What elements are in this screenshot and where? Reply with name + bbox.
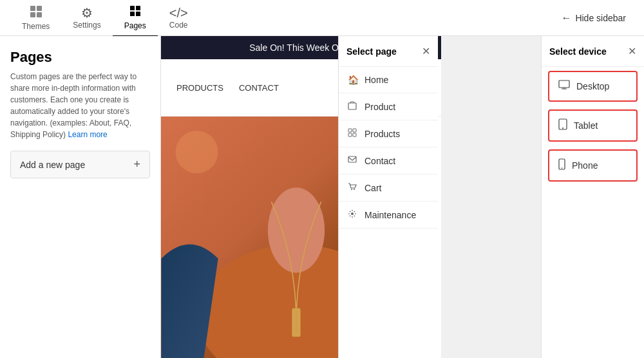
svg-point-25 <box>351 212 354 215</box>
products-icon <box>348 128 358 139</box>
svg-rect-2 <box>30 12 35 17</box>
select-page-close-button[interactable]: ✕ <box>422 45 430 57</box>
page-nav-contact-label: Contact <box>365 156 395 166</box>
cart-icon <box>348 182 358 193</box>
tablet-icon <box>558 118 567 133</box>
left-sidebar: Pages Custom pages are the perfect way t… <box>0 36 161 358</box>
svg-rect-0 <box>30 6 35 11</box>
page-nav-maintenance[interactable]: Maintenance <box>339 202 438 229</box>
device-tablet-label: Tablet <box>574 120 598 131</box>
add-page-label: Add a new page <box>20 160 85 170</box>
toolbar-themes-label: Themes <box>22 22 50 31</box>
select-page-header: Select page ✕ <box>339 36 438 67</box>
device-tablet[interactable]: Tablet <box>548 109 638 142</box>
hide-sidebar-arrow-icon: ← <box>561 12 571 24</box>
hide-sidebar-label: Hide sidebar <box>575 13 626 23</box>
page-nav-home[interactable]: 🏠 Home <box>339 67 438 93</box>
select-page-title: Select page <box>346 46 397 57</box>
select-device-title: Select device <box>549 46 607 57</box>
main-area: Pages Custom pages are the perfect way t… <box>0 36 644 358</box>
nav-products[interactable]: PRODUCTS <box>176 83 223 93</box>
svg-rect-21 <box>353 133 356 137</box>
site-nav-links: PRODUCTS CONTACT <box>176 83 279 93</box>
toolbar-themes[interactable]: Themes <box>10 0 61 36</box>
svg-rect-18 <box>348 129 352 132</box>
product-icon <box>348 101 358 112</box>
svg-rect-17 <box>348 103 356 109</box>
svg-point-24 <box>354 189 355 190</box>
svg-rect-26 <box>559 80 569 88</box>
settings-icon: ⚙ <box>81 6 93 19</box>
select-page-panel: Select page ✕ 🏠 Home Product <box>338 36 438 358</box>
toolbar-pages[interactable]: Pages <box>113 0 158 37</box>
svg-rect-1 <box>37 6 42 11</box>
page-nav-maintenance-label: Maintenance <box>365 210 416 220</box>
page-nav-products[interactable]: Products <box>339 120 438 147</box>
page-nav-contact[interactable]: Contact <box>339 147 438 174</box>
select-device-header: Select device ✕ <box>542 36 644 67</box>
phone-icon <box>558 158 565 173</box>
maintenance-icon <box>348 209 358 220</box>
nav-contact[interactable]: CONTACT <box>239 83 279 93</box>
toolbar-code-label: Code <box>169 21 188 30</box>
pages-icon <box>128 4 142 20</box>
sidebar-description: Custom pages are the perfect way to shar… <box>10 71 150 140</box>
toolbar-pages-label: Pages <box>124 21 146 30</box>
toolbar-settings[interactable]: ⚙ Settings <box>61 1 112 35</box>
svg-point-11 <box>268 187 325 272</box>
page-nav-product[interactable]: Product <box>339 93 438 120</box>
select-device-panel: Select device ✕ Desktop Tablet Phone <box>541 36 644 358</box>
code-icon: </> <box>169 6 188 19</box>
page-nav-product-label: Product <box>365 102 395 112</box>
device-desktop-label: Desktop <box>576 81 609 91</box>
svg-point-30 <box>562 167 563 169</box>
svg-point-28 <box>562 127 564 129</box>
desktop-icon <box>558 80 570 93</box>
page-nav-cart-label: Cart <box>365 183 381 193</box>
sidebar-title: Pages <box>10 49 150 66</box>
learn-more-link[interactable]: Learn more <box>68 130 107 139</box>
device-desktop[interactable]: Desktop <box>548 71 638 102</box>
page-nav-products-label: Products <box>365 129 400 139</box>
toolbar-settings-label: Settings <box>73 21 100 30</box>
svg-rect-19 <box>353 129 356 132</box>
svg-rect-5 <box>136 6 140 10</box>
top-toolbar: Themes ⚙ Settings Pages </> Code ← Hide … <box>0 0 644 36</box>
svg-rect-6 <box>130 12 135 16</box>
sidebar-desc-text: Custom pages are the perfect way to shar… <box>10 72 137 139</box>
add-page-button[interactable]: Add a new page + <box>10 151 150 178</box>
banner-text: Sale On! This Week Only! <box>249 42 353 53</box>
svg-rect-7 <box>136 12 140 16</box>
themes-icon <box>29 5 43 21</box>
toolbar-code[interactable]: </> Code <box>158 1 200 35</box>
add-page-plus-icon: + <box>133 158 140 171</box>
svg-point-14 <box>176 131 218 173</box>
select-device-close-button[interactable]: ✕ <box>628 45 636 57</box>
home-icon: 🏠 <box>348 75 358 85</box>
svg-point-23 <box>351 189 352 190</box>
svg-rect-20 <box>348 133 352 137</box>
svg-rect-4 <box>130 6 135 10</box>
device-phone[interactable]: Phone <box>548 149 638 182</box>
hide-sidebar-button[interactable]: ← Hide sidebar <box>553 8 634 28</box>
page-nav-home-label: Home <box>365 75 388 85</box>
svg-rect-3 <box>37 12 42 17</box>
device-phone-label: Phone <box>572 160 598 171</box>
page-nav-cart[interactable]: Cart <box>339 174 438 202</box>
contact-icon <box>348 155 358 166</box>
